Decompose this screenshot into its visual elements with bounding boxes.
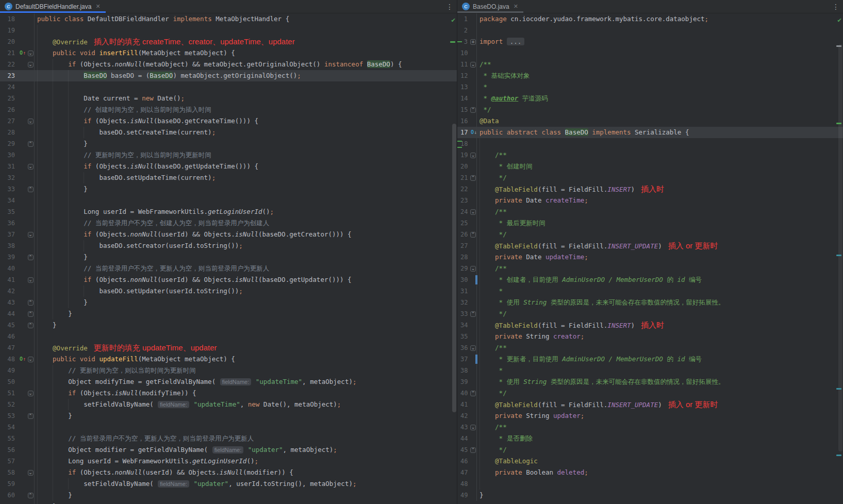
- editor-options-kebab-icon[interactable]: ⋮: [829, 0, 843, 13]
- code-line[interactable]: 55// 当前登录用户不为空，更新人为空，则当前登录用户为更新人: [0, 433, 457, 444]
- fold-marker-icon[interactable]: ⌃: [470, 388, 476, 399]
- code-line[interactable]: 22@TableField(fill = FieldFill.INSERT)插入…: [457, 183, 843, 195]
- fold-marker-icon[interactable]: ⌄: [470, 149, 476, 161]
- code-line[interactable]: 44⌃}: [0, 308, 457, 320]
- fold-marker-icon[interactable]: ⌄: [27, 161, 34, 172]
- code-line[interactable]: 50Object modifyTime = getFieldValByName(…: [0, 376, 457, 388]
- code-line[interactable]: 21O↑⌄public void insertFill(MetaObject m…: [0, 47, 457, 59]
- code-area[interactable]: 1package cn.iocoder.yudao.framework.myba…: [457, 13, 843, 504]
- code-line[interactable]: 26// 创建时间为空，则以当前时间为插入时间: [0, 104, 457, 115]
- fold-marker-icon[interactable]: ⌄: [27, 115, 34, 127]
- stripe-mark[interactable]: [836, 455, 841, 456]
- code-line[interactable]: 39⌃}: [0, 251, 457, 263]
- code-line[interactable]: 26⌃ */: [457, 229, 843, 240]
- code-line[interactable]: 22⌄if (Objects.nonNull(metaObject) && me…: [0, 59, 457, 70]
- code-line[interactable]: 23private Date createTime;: [457, 195, 843, 206]
- code-line[interactable]: 28private Date updateTime;: [457, 251, 843, 263]
- fold-marker-icon[interactable]: ⌄: [27, 59, 34, 70]
- stripe-mark[interactable]: [836, 255, 841, 256]
- fold-marker-icon[interactable]: ⌃: [27, 308, 34, 320]
- fold-marker-icon[interactable]: ⌃: [27, 297, 34, 308]
- code-line[interactable]: 31⌄if (Objects.isNull(baseDO.getUpdateTi…: [0, 161, 457, 172]
- code-line[interactable]: 17O↓public abstract class BaseDO impleme…: [457, 127, 843, 138]
- code-line[interactable]: 57Long userId = WebFrameworkUtils.getLog…: [0, 456, 457, 467]
- code-line[interactable]: 16@Data: [457, 115, 843, 127]
- code-line[interactable]: 40// 当前登录用户不为空，更新人为空，则当前登录用户为更新人: [0, 263, 457, 274]
- implemented-marker-icon[interactable]: O↓: [470, 127, 478, 138]
- fold-marker-icon[interactable]: ⌃: [470, 104, 476, 115]
- code-line[interactable]: 30 * 创建者，目前使用 AdminUserDO / MemberUserDO…: [457, 274, 843, 285]
- code-line[interactable]: 18public class DefaultDBFieldHandler imp…: [0, 13, 457, 25]
- code-line[interactable]: 60⌃}: [0, 490, 457, 501]
- code-line[interactable]: 27@TableField(fill = FieldFill.INSERT_UP…: [457, 240, 843, 251]
- code-line[interactable]: 29⌃}: [0, 138, 457, 149]
- fold-marker-icon[interactable]: ⌄: [470, 59, 476, 70]
- fold-marker-icon[interactable]: ⌃: [470, 229, 476, 240]
- code-line[interactable]: 46: [0, 331, 457, 342]
- code-line[interactable]: 34@TableField(fill = FieldFill.INSERT)插入…: [457, 320, 843, 331]
- fold-marker-icon[interactable]: +: [470, 36, 476, 47]
- code-line[interactable]: 21⌃ */: [457, 172, 843, 183]
- code-line[interactable]: 12 * 基础实体对象: [457, 70, 843, 81]
- fold-marker-icon[interactable]: ⌄: [27, 47, 34, 59]
- fold-marker-icon[interactable]: ⌄: [27, 354, 34, 365]
- fold-marker-icon[interactable]: ⌃: [27, 490, 34, 501]
- close-tab-icon[interactable]: ✕: [514, 3, 518, 10]
- code-line[interactable]: 37 * 更新者，目前使用 AdminUserDO / MemberUserDO…: [457, 354, 843, 365]
- code-line[interactable]: 20@Override插入时的填充 createTime、creator、upd…: [0, 36, 457, 47]
- stripe-mark[interactable]: [450, 41, 455, 43]
- code-line[interactable]: 49}: [457, 490, 843, 501]
- code-line[interactable]: 59setFieldValByName( fieldName: "updater…: [0, 478, 457, 490]
- vertical-scrollbar-thumb[interactable]: [838, 44, 842, 451]
- code-area[interactable]: 18public class DefaultDBFieldHandler imp…: [0, 13, 457, 504]
- code-line[interactable]: 44 * 是否删除: [457, 433, 843, 444]
- fold-marker-icon[interactable]: ⌄: [27, 467, 34, 478]
- code-line[interactable]: 27⌄if (Objects.isNull(baseDO.getCreateTi…: [0, 115, 457, 127]
- fold-marker-icon[interactable]: ⌄: [470, 342, 476, 354]
- code-line[interactable]: 24⌄/**: [457, 206, 843, 217]
- code-line[interactable]: 33⌃}: [0, 183, 457, 195]
- code-line[interactable]: 1package cn.iocoder.yudao.framework.myba…: [457, 13, 843, 25]
- tab-basedo-java[interactable]: C BaseDO.java ✕: [457, 0, 523, 13]
- code-line[interactable]: 35private String creator;: [457, 331, 843, 342]
- tab-defaultdbfieldhandler-java[interactable]: C DefaultDBFieldHandler.java ✕: [0, 0, 106, 13]
- code-line[interactable]: 18: [457, 138, 843, 149]
- code-line[interactable]: 47private Boolean deleted;: [457, 467, 843, 478]
- code-line[interactable]: 3+import ...: [457, 36, 843, 47]
- code-line[interactable]: 20 * 创建时间: [457, 161, 843, 172]
- code-line[interactable]: 19⌄/**: [457, 149, 843, 161]
- code-line[interactable]: 39 * 使用 String 类型的原因是，未来可能会存在非数值的情况，留好拓展…: [457, 376, 843, 388]
- code-line[interactable]: 13 *: [457, 81, 843, 93]
- fold-marker-icon[interactable]: ⌃: [27, 183, 34, 195]
- fold-marker-icon[interactable]: ⌃: [27, 138, 34, 149]
- code-line[interactable]: 41@TableField(fill = FieldFill.INSERT_UP…: [457, 399, 843, 410]
- inspections-ok-icon[interactable]: ✔: [451, 16, 455, 23]
- code-line[interactable]: 52setFieldValByName( fieldName: "updateT…: [0, 399, 457, 410]
- code-line[interactable]: 43⌄/**: [457, 422, 843, 433]
- code-line[interactable]: 43⌃}: [0, 297, 457, 308]
- code-line[interactable]: 47@Override更新时的填充 updateTime、updater: [0, 342, 457, 354]
- code-line[interactable]: 42baseDO.setUpdater(userId.toString());: [0, 285, 457, 297]
- fold-marker-icon[interactable]: ⌄: [27, 388, 34, 399]
- stripe-mark[interactable]: [836, 388, 841, 390]
- fold-marker-icon[interactable]: ⌃: [27, 320, 34, 331]
- code-line[interactable]: 46@TableLogic: [457, 456, 843, 467]
- stripe-mark[interactable]: [836, 45, 841, 47]
- code-line[interactable]: 14 * @author 芋道源码: [457, 93, 843, 104]
- code-line[interactable]: 19: [0, 25, 457, 36]
- code-line[interactable]: 61}: [0, 501, 457, 504]
- code-line[interactable]: 38baseDO.setCreator(userId.toString());: [0, 240, 457, 251]
- code-line[interactable]: 24: [0, 81, 457, 93]
- fold-marker-icon[interactable]: ⌃: [470, 308, 476, 320]
- code-line[interactable]: 41⌄if (Objects.nonNull(userId) && Object…: [0, 274, 457, 285]
- code-line[interactable]: 30// 更新时间为空，则以当前时间为更新时间: [0, 149, 457, 161]
- fold-marker-icon[interactable]: ⌄: [470, 263, 476, 274]
- fold-marker-icon[interactable]: ⌄: [470, 422, 476, 433]
- code-line[interactable]: 58⌄if (Objects.nonNull(userId) && Object…: [0, 467, 457, 478]
- code-line[interactable]: 45⌃}: [0, 320, 457, 331]
- code-line[interactable]: 37⌄if (Objects.nonNull(userId) && Object…: [0, 229, 457, 240]
- code-line[interactable]: 35Long userId = WebFrameworkUtils.getLog…: [0, 206, 457, 217]
- code-line[interactable]: 15⌃ */: [457, 104, 843, 115]
- code-line[interactable]: 36⌄/**: [457, 342, 843, 354]
- fold-marker-icon[interactable]: ⌄: [27, 274, 34, 285]
